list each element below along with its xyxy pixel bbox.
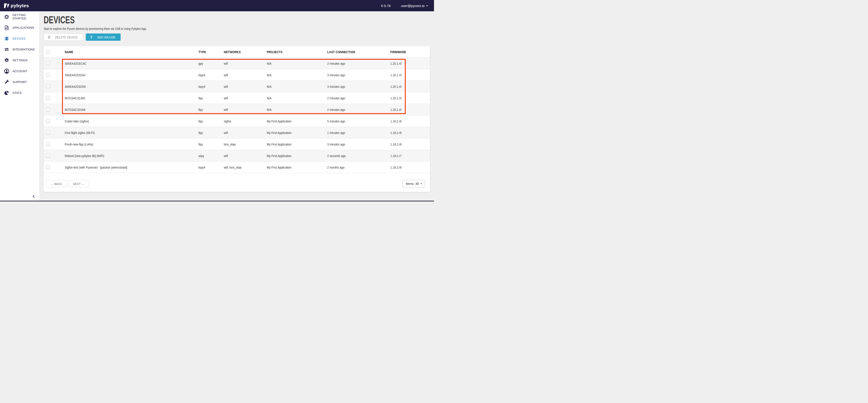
table-row[interactable]: Sigfox-test (with Pysense) - [pastoor pe… [44, 161, 430, 173]
row-checkbox[interactable] [46, 96, 50, 100]
cell-networks: wifi [224, 96, 267, 100]
column-header-name: NAME [65, 50, 198, 54]
cell-type: wipy [198, 154, 224, 158]
sidebar-item-devices[interactable]: DEVICES [0, 33, 39, 44]
table-row[interactable]: Crater-lake (sigfox) fipy sigfox My Firs… [44, 115, 430, 127]
next-button[interactable]: NEXT → [68, 180, 89, 187]
chevron-left-icon[interactable] [32, 194, 36, 199]
back-button[interactable]: ← BACK [46, 180, 66, 187]
sidebar-item-support[interactable]: SUPPORT [0, 76, 39, 87]
cell-type: fipy [198, 131, 224, 135]
row-checkbox[interactable] [46, 84, 50, 89]
cell-name: Crater-lake (sigfox) [65, 119, 198, 123]
row-checkbox[interactable] [46, 73, 50, 77]
cell-projects: N/A [267, 85, 327, 89]
table-row[interactable]: Fresh-new-fipy (LoRa) fipy lora_otaa My … [44, 138, 430, 150]
cell-firmware: 1.18.2.r6 [390, 131, 430, 135]
chevron-down-icon: ▾ [426, 4, 428, 7]
main-content: DEVICES Start to explore the Pycom devic… [40, 0, 434, 192]
row-checkbox[interactable] [46, 165, 50, 169]
cell-type: lopy4 [198, 85, 224, 89]
row-checkbox[interactable] [46, 119, 50, 123]
sidebar-item-label: STATS [12, 91, 22, 95]
cell-networks: wifi [224, 108, 267, 112]
cell-projects: My First Application [267, 119, 327, 123]
cell-name: 30AEA42D32A4 [65, 73, 198, 77]
sidebar-item-getting-started[interactable]: GETTING STARTED [0, 11, 39, 22]
cell-type: lopy4 [198, 165, 224, 169]
sidebar-item-settings[interactable]: SETTINGS [0, 55, 39, 66]
pybytes-logo[interactable]: pybytes [4, 3, 29, 9]
sidebar-item-label: APPLICATIONS [12, 26, 34, 29]
table-row[interactable]: 30AEA42D32A4 lopy4 wifi N/A 3 minutes ag… [44, 69, 430, 81]
usb-icon [89, 35, 93, 39]
code-document-icon [4, 25, 9, 30]
pie-chart-icon [4, 90, 9, 95]
cell-name: Sigfox-test (with Pysense) - [pastoor pe… [65, 165, 198, 169]
cell-firmware: 1.20.1.r0 [390, 96, 430, 100]
sidebar-item-label: GETTING STARTED [12, 13, 39, 20]
cell-name: First flight sigfox (Wi-Fi) [65, 131, 198, 135]
cell-name: Reboot [new pybytes lib] (WiFi) [65, 154, 198, 158]
table-row[interactable]: 30AEA42D32D8 lopy4 wifi N/A 3 minutes ag… [44, 81, 430, 92]
sun-icon [4, 14, 9, 20]
cell-name: Fresh-new-fipy (LoRa) [65, 142, 198, 146]
user-menu[interactable]: user@pycom.io ▾ [401, 4, 428, 8]
sidebar: GETTING STARTED APPLICATIONS DEVICES INT… [0, 11, 40, 202]
cell-name: 807D3AC31340 [65, 96, 198, 100]
pagination: ← BACK NEXT → Items: 30 ▾ [44, 173, 430, 188]
select-all-checkbox[interactable] [46, 50, 50, 54]
cell-networks: sigfox [224, 119, 267, 123]
sidebar-item-account[interactable]: ACCOUNT [0, 66, 39, 76]
cell-last-connection: 3 minutes ago [327, 73, 390, 77]
cell-type: fipy [198, 119, 224, 123]
cell-last-connection: 2 minutes ago [327, 108, 390, 112]
sidebar-item-applications[interactable]: APPLICATIONS [0, 22, 39, 33]
cell-firmware: 1.20.1.r0 [390, 85, 430, 89]
items-per-page-dropdown[interactable]: Items: 30 ▾ [403, 180, 425, 188]
delete-device-button[interactable]: DELETE DEVICE [44, 33, 83, 41]
column-header-type: TYPE [198, 50, 224, 54]
trash-icon [47, 35, 51, 39]
add-via-usb-button[interactable]: ADD VIA USB [86, 33, 120, 41]
table-row[interactable]: 30AEA42CEC4C gpy wifi N/A 2 minutes ago … [44, 58, 430, 69]
cell-projects: My First Application [267, 154, 327, 158]
row-checkbox[interactable] [46, 61, 50, 65]
cell-projects: N/A [267, 96, 327, 100]
chevron-down-icon: ▾ [421, 183, 422, 185]
cell-type: fipy [198, 142, 224, 146]
cell-last-connection: 5 minutes ago [327, 119, 390, 123]
row-checkbox[interactable] [46, 154, 50, 158]
column-header-last-connection: LAST CONNECTION [327, 50, 390, 54]
cell-projects: N/A [267, 108, 327, 112]
cell-networks: lora_otaa [224, 142, 267, 146]
sidebar-item-integrations[interactable]: INTEGRATIONS [0, 44, 39, 55]
gear-icon [4, 58, 9, 63]
table-row[interactable]: 807D3AC31340 fipy wifi N/A 2 minutes ago… [44, 92, 430, 104]
cell-last-connection: 2 months ago [327, 165, 390, 169]
cell-firmware: 1.18.2.r6 [390, 142, 430, 146]
cell-firmware: 1.20.1.r0 [390, 73, 430, 77]
column-header-networks: NETWORKS [224, 50, 267, 54]
cell-projects: N/A [267, 73, 327, 77]
table-header-row: NAME TYPE NETWORKS PROJECTS LAST CONNECT… [44, 46, 430, 58]
table-body: 30AEA42CEC4C gpy wifi N/A 2 minutes ago … [44, 58, 430, 173]
cell-last-connection: 2 minutes ago [327, 62, 390, 65]
cell-projects: N/A [267, 62, 327, 65]
table-row[interactable]: 807D3AC322A8 fipy wifi N/A 2 minutes ago… [44, 104, 430, 115]
cell-firmware: 1.18.2.r7 [390, 154, 430, 158]
cell-type: lopy4 [198, 73, 224, 77]
sidebar-item-label: DEVICES [12, 37, 26, 40]
cell-name: 30AEA42D32D8 [65, 85, 198, 89]
cell-last-connection: 2 minutes ago [327, 96, 390, 100]
cell-firmware: 1.20.1.r0 [390, 108, 430, 112]
sidebar-item-stats[interactable]: STATS [0, 87, 39, 98]
cell-networks: wifi [224, 62, 267, 65]
table-row[interactable]: First flight sigfox (Wi-Fi) fipy wifi My… [44, 127, 430, 138]
row-checkbox[interactable] [46, 130, 50, 135]
row-checkbox[interactable] [46, 142, 50, 146]
table-row[interactable]: Reboot [new pybytes lib] (WiFi) wipy wif… [44, 150, 430, 161]
row-checkbox[interactable] [46, 107, 50, 112]
cell-name: 30AEA42CEC4C [65, 62, 198, 65]
cell-last-connection: 3 minutes ago [327, 85, 390, 89]
